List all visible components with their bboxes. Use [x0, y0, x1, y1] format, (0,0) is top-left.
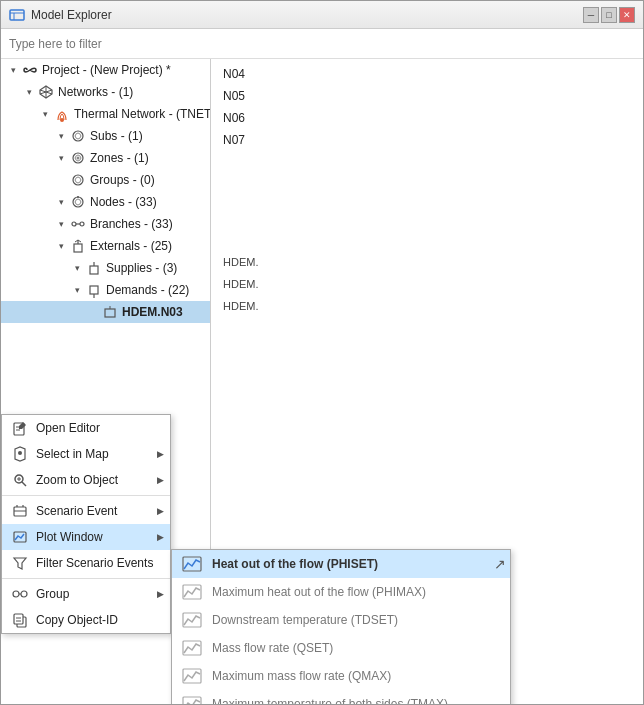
expand-subs[interactable]: ▾	[53, 128, 69, 144]
demands-icon	[85, 281, 103, 299]
tree-item-branches[interactable]: ▾ Branches - (33)	[1, 213, 210, 235]
menu-plot-window[interactable]: Plot Window	[2, 524, 170, 550]
title-bar-left: Model Explorer	[9, 7, 112, 23]
svg-point-10	[77, 157, 80, 160]
bottom-node-2[interactable]: HDEM.	[215, 273, 639, 295]
model-explorer-window: Model Explorer ─ □ ✕ ▾	[0, 0, 644, 705]
networks-label: Networks - (1)	[58, 85, 133, 99]
thermal-icon	[53, 105, 71, 123]
menu-scenario-event[interactable]: Scenario Event	[2, 498, 170, 524]
svg-rect-25	[105, 309, 115, 317]
svg-point-42	[21, 591, 27, 597]
tree-item-externals[interactable]: ▾ Externals - (25)	[1, 235, 210, 257]
expand-hdem-n03: ▸	[85, 304, 101, 320]
separator-1	[2, 495, 170, 496]
svg-rect-0	[10, 10, 24, 20]
tree-item-zones[interactable]: ▾ Zones - (1)	[1, 147, 210, 169]
groups-icon	[69, 171, 87, 189]
menu-zoom-to-object[interactable]: Zoom to Object	[2, 467, 170, 493]
externals-label: Externals - (25)	[90, 239, 172, 253]
tree-item-supplies[interactable]: ▾ Supplies - (3)	[1, 257, 210, 279]
supplies-icon	[85, 259, 103, 277]
svg-rect-45	[14, 614, 23, 624]
filter-bar	[1, 29, 643, 59]
subs-icon	[69, 127, 87, 145]
expand-externals[interactable]: ▾	[53, 238, 69, 254]
zones-label: Zones - (1)	[90, 151, 149, 165]
svg-point-30	[18, 451, 22, 455]
expand-supplies[interactable]: ▾	[69, 260, 85, 276]
tree-item-project[interactable]: ▾ Project - (New Project) *	[1, 59, 210, 81]
menu-open-editor-label: Open Editor	[36, 421, 100, 435]
network-icon	[37, 83, 55, 101]
demands-label: Demands - (22)	[106, 283, 189, 297]
window-title: Model Explorer	[31, 8, 112, 22]
svg-point-15	[80, 222, 84, 226]
separator-2	[2, 578, 170, 579]
close-button[interactable]: ✕	[619, 7, 635, 23]
menu-group[interactable]: Group	[2, 581, 170, 607]
expand-demands[interactable]: ▾	[69, 282, 85, 298]
zones-icon	[69, 149, 87, 167]
svg-marker-40	[14, 558, 26, 569]
tree-item-subs[interactable]: ▾ Subs - (1)	[1, 125, 210, 147]
svg-point-7	[60, 118, 64, 122]
context-menu: Open Editor Select in Map	[1, 414, 171, 634]
svg-rect-17	[74, 244, 82, 252]
menu-plot-window-label: Plot Window	[36, 530, 103, 544]
tree-item-thermal[interactable]: ▾ Thermal Network - (TNET33_25)	[1, 103, 210, 125]
expand-branches[interactable]: ▾	[53, 216, 69, 232]
plot-icon	[10, 527, 30, 547]
externals-icon	[69, 237, 87, 255]
node-n05[interactable]: N05	[215, 85, 639, 107]
expand-thermal[interactable]: ▾	[37, 106, 53, 122]
tree-item-networks[interactable]: ▾ Networks - (1)	[1, 81, 210, 103]
bottom-node-3[interactable]: HDEM.	[215, 295, 639, 317]
tree-item-nodes[interactable]: ▾ Nodes - (33)	[1, 191, 210, 213]
menu-copy-id[interactable]: Copy Object-ID	[2, 607, 170, 633]
menu-group-label: Group	[36, 587, 69, 601]
bottom-node-1[interactable]: HDEM.	[215, 251, 639, 273]
maximize-button[interactable]: □	[601, 7, 617, 23]
svg-point-14	[72, 222, 76, 226]
edit-icon	[10, 418, 30, 438]
hdem-icon	[101, 303, 119, 321]
expand-project[interactable]: ▾	[5, 62, 21, 78]
project-label: Project - (New Project) *	[42, 63, 171, 77]
expand-zones[interactable]: ▾	[53, 150, 69, 166]
menu-filter-scenario[interactable]: Filter Scenario Events	[2, 550, 170, 576]
groups-label: Groups - (0)	[90, 173, 155, 187]
menu-zoom-label: Zoom to Object	[36, 473, 118, 487]
filter-input[interactable]	[9, 37, 635, 51]
minimize-button[interactable]: ─	[583, 7, 599, 23]
zoom-icon	[10, 470, 30, 490]
node-n06[interactable]: N06	[215, 107, 639, 129]
subs-label: Subs - (1)	[90, 129, 143, 143]
copy-icon	[10, 610, 30, 630]
select-map-icon	[10, 444, 30, 464]
expand-nodes[interactable]: ▾	[53, 194, 69, 210]
tree-item-demands[interactable]: ▾ Demands - (22)	[1, 279, 210, 301]
content-area: ▾ Project - (New Project) * ▾	[1, 59, 643, 704]
svg-rect-23	[90, 286, 98, 294]
expand-networks[interactable]: ▾	[21, 84, 37, 100]
menu-select-in-map[interactable]: Select in Map	[2, 441, 170, 467]
node-n04[interactable]: N04	[215, 63, 639, 85]
hdem-n03-label: HDEM.N03	[122, 305, 183, 319]
scenario-icon	[10, 501, 30, 521]
tree-item-groups[interactable]: ▾ Groups - (0)	[1, 169, 210, 191]
branches-icon	[69, 215, 87, 233]
node-n07[interactable]: N07	[215, 129, 639, 151]
menu-select-map-label: Select in Map	[36, 447, 109, 461]
supplies-label: Supplies - (3)	[106, 261, 177, 275]
window-controls: ─ □ ✕	[583, 7, 635, 23]
menu-filter-label: Filter Scenario Events	[36, 556, 153, 570]
menu-open-editor[interactable]: Open Editor	[2, 415, 170, 441]
title-bar: Model Explorer ─ □ ✕	[1, 1, 643, 29]
svg-point-41	[13, 591, 19, 597]
menu-copy-id-label: Copy Object-ID	[36, 613, 118, 627]
svg-rect-21	[90, 266, 98, 274]
branches-label: Branches - (33)	[90, 217, 173, 231]
right-nodes-panel: N04 N05 N06 N07 HDEM. HDEM. HDEM.	[211, 59, 643, 704]
tree-item-hdem-n03[interactable]: ▸ HDEM.N03	[1, 301, 210, 323]
